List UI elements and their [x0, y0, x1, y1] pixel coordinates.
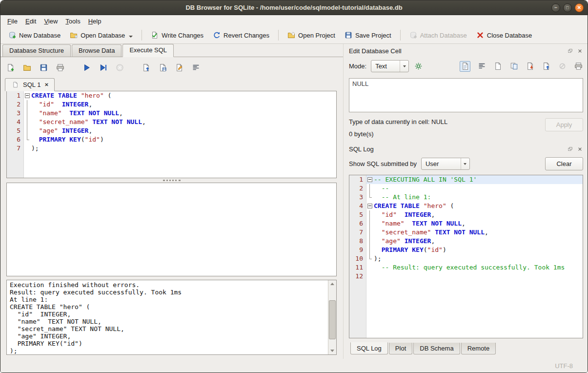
fold-gutter: [366, 219, 374, 228]
dock-tab-remote[interactable]: Remote: [461, 343, 496, 354]
tab-database-structure[interactable]: Database Structure: [2, 44, 71, 57]
sql-log-editor[interactable]: 1-- EXECUTING ALL IN 'SQL 1'2 --3 -- At …: [349, 175, 583, 338]
open-sql-file-icon[interactable]: [22, 62, 32, 72]
submitter-select[interactable]: User: [421, 158, 470, 170]
import-data-icon[interactable]: [525, 62, 535, 71]
scroll-up-icon[interactable]: [328, 280, 336, 288]
menu-edit[interactable]: Edit: [21, 16, 40, 26]
fold-marker-icon[interactable]: [24, 91, 31, 100]
save-project-button[interactable]: Save Project: [341, 29, 395, 41]
set-null-icon[interactable]: [557, 62, 567, 71]
menu-file[interactable]: File: [3, 16, 21, 26]
export-data-icon[interactable]: [541, 62, 551, 71]
open-file-icon[interactable]: [493, 62, 503, 71]
code-line: 1-- EXECUTING ALL IN 'SQL 1': [349, 175, 583, 184]
close-button-icon[interactable]: [575, 3, 584, 12]
open-database-button[interactable]: Open Database: [66, 29, 137, 41]
tab-browse-data[interactable]: Browse Data: [72, 44, 122, 57]
menu-view[interactable]: View: [40, 16, 61, 26]
execute-sql-panel: SQL 1 1CREATE TABLE "hero" (2 "id" INTEG…: [0, 57, 343, 359]
undock-panel-icon[interactable]: [567, 47, 573, 54]
menu-tools[interactable]: Tools: [61, 16, 84, 26]
dock-tab-db-schema[interactable]: DB Schema: [413, 343, 460, 354]
write-changes-button[interactable]: Write Changes: [147, 29, 207, 41]
undock-panel-icon[interactable]: [567, 145, 573, 152]
fold-gutter: [24, 100, 31, 109]
line-number: 11: [349, 263, 366, 272]
results-grid[interactable]: [6, 183, 337, 276]
close-panel-icon[interactable]: [576, 145, 583, 152]
line-number: 2: [7, 100, 24, 109]
vertical-scrollbar[interactable]: [328, 280, 336, 354]
execute-line-icon[interactable]: [98, 62, 108, 72]
revert-changes-button[interactable]: Revert Changes: [209, 29, 273, 41]
close-tab-icon[interactable]: [43, 82, 49, 88]
word-wrap-icon[interactable]: [477, 62, 487, 71]
maximize-button-icon[interactable]: [563, 3, 572, 12]
open-project-button[interactable]: Open Project: [284, 29, 339, 41]
code-line: 3 "name" TEXT NOT NULL,: [7, 109, 336, 118]
code-line: 9 PRIMARY KEY("id"): [349, 246, 583, 254]
code-text: "name" TEXT NOT NULL,: [374, 219, 466, 228]
sql-log-header: SQL Log: [349, 145, 583, 153]
fold-marker-icon[interactable]: [366, 175, 374, 184]
code-line: 4 "secret_name" TEXT NOT NULL,: [7, 118, 336, 126]
minimize-button-icon[interactable]: [551, 3, 560, 12]
sql-code-editor[interactable]: 1CREATE TABLE "hero" (2 "id" INTEGER,3 "…: [6, 91, 337, 178]
new-sql-tab-icon[interactable]: [5, 62, 15, 72]
messages-panel[interactable]: Execution finished without errors. Resul…: [6, 280, 337, 355]
open-project-icon: [287, 31, 295, 39]
code-line: 5 "age" INTEGER,: [7, 126, 336, 135]
main-content: Database StructureBrowse DataExecute SQL…: [0, 44, 588, 359]
format-sql-icon[interactable]: [191, 62, 201, 72]
fold-gutter: [24, 126, 31, 135]
sql-log-controls: Show SQL submitted by User Clear: [349, 157, 583, 170]
execute-all-icon[interactable]: [81, 62, 91, 72]
export-results-icon[interactable]: [141, 62, 151, 72]
close-panel-icon[interactable]: [576, 47, 583, 54]
auto-switch-mode-icon[interactable]: [413, 62, 423, 71]
dock-tab-plot[interactable]: Plot: [389, 343, 412, 354]
tab-execute-sql[interactable]: Execute SQL: [122, 44, 174, 57]
attach-database-button: Attach Database: [406, 29, 471, 41]
fold-gutter: [366, 237, 374, 246]
splitter-handle[interactable]: [0, 178, 343, 183]
save-sql-file-icon[interactable]: [39, 62, 48, 72]
close-database-button[interactable]: Close Database: [472, 29, 536, 41]
find-replace-icon[interactable]: [174, 62, 184, 72]
titlebar[interactable]: DB Browser for SQLite - /home/user/code/…: [0, 0, 588, 15]
mode-select[interactable]: Text: [371, 60, 409, 72]
save-results-icon[interactable]: [158, 62, 167, 72]
dock-tab-sql-log[interactable]: SQL Log: [350, 342, 388, 354]
fold-marker-icon[interactable]: [366, 202, 374, 210]
code-line: 2 "id" INTEGER,: [7, 100, 336, 109]
line-number: 5: [7, 126, 24, 135]
toolbar-button-label: Open Database: [81, 32, 125, 39]
new-database-button[interactable]: New Database: [4, 29, 64, 41]
dropdown-caret-icon[interactable]: [129, 36, 133, 38]
clear-button[interactable]: Clear: [545, 157, 583, 170]
toolbar-button-label: Save Project: [355, 32, 391, 39]
toolbar-button-label: Open Project: [298, 32, 335, 39]
scroll-down-icon[interactable]: [328, 347, 336, 354]
cell-value-editor[interactable]: NULL: [349, 78, 583, 112]
apply-button[interactable]: Apply: [545, 118, 583, 131]
print-icon[interactable]: [573, 62, 583, 71]
open-database-icon: [70, 31, 78, 39]
print-icon[interactable]: [55, 62, 65, 72]
line-number: 3: [7, 109, 24, 118]
menu-help[interactable]: Help: [84, 16, 105, 26]
code-line: 7);: [7, 144, 336, 153]
write-changes-icon: [151, 31, 159, 39]
line-number: 7: [7, 144, 24, 153]
fold-gutter: [366, 263, 374, 272]
scrollbar-thumb[interactable]: [329, 300, 336, 339]
copy-icon[interactable]: [509, 62, 519, 71]
cell-size-text: 0 byte(s): [349, 130, 545, 138]
code-line: 4CREATE TABLE "hero" (: [349, 202, 583, 210]
text-view-icon[interactable]: [460, 61, 470, 72]
sql-tab[interactable]: SQL 1: [5, 78, 55, 91]
code-text: "name" TEXT NOT NULL,: [31, 109, 123, 118]
revert-changes-icon: [213, 31, 221, 39]
line-number: 6: [7, 135, 24, 144]
